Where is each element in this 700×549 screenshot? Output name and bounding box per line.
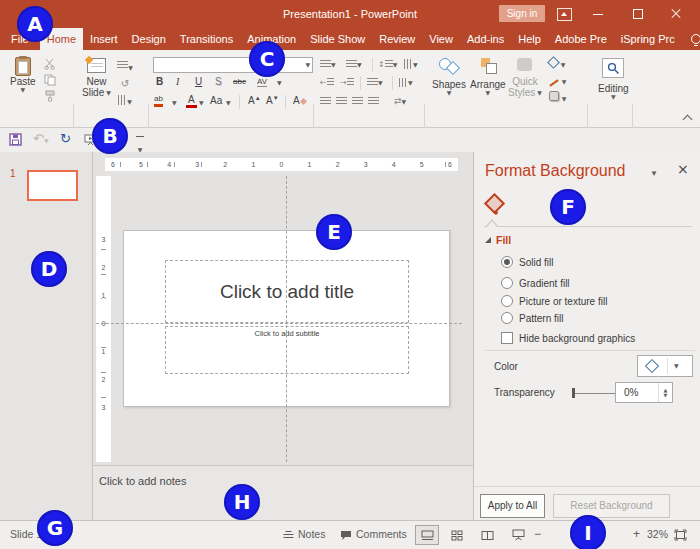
minimize-button[interactable] <box>584 0 612 28</box>
align-left-button[interactable] <box>320 95 331 106</box>
italic-button[interactable]: I <box>176 76 179 87</box>
radio-icon[interactable] <box>501 295 513 307</box>
apply-to-all-button[interactable]: Apply to All <box>480 494 545 518</box>
gradient-fill-option[interactable]: Gradient fill <box>501 277 570 289</box>
solid-fill-option[interactable]: Solid fill <box>501 256 553 268</box>
vertical-guide[interactable] <box>286 176 287 462</box>
hide-background-graphics-option[interactable]: Hide background graphics <box>501 332 635 344</box>
font-name-combobox[interactable]: ▼ <box>153 57 313 73</box>
notes-pane[interactable]: Click to add notes <box>93 466 473 520</box>
shape-outline-button[interactable]: ▼ <box>549 75 566 86</box>
bold-button[interactable]: B <box>156 76 163 87</box>
align-center-button[interactable] <box>336 95 347 106</box>
bullets-button[interactable]: ▼ <box>320 58 336 69</box>
change-case-button[interactable]: Aa <box>210 95 222 106</box>
line-spacing-button[interactable]: ↕▼ <box>378 58 397 69</box>
change-case-dropdown-icon[interactable]: ▼ <box>226 100 231 106</box>
radio-icon[interactable] <box>501 277 513 289</box>
increase-font-size-button[interactable]: A▲ <box>248 95 261 106</box>
sign-in-button[interactable]: Sign in <box>499 5 545 22</box>
arrange-button[interactable]: Arrange ▼ <box>470 57 506 96</box>
font-color-dropdown-icon[interactable]: ▼ <box>199 100 204 106</box>
transparency-slider-thumb[interactable] <box>572 388 575 398</box>
tab-ispring-pro[interactable]: iSpring Prc <box>614 28 682 50</box>
character-spacing-dropdown-icon[interactable]: ▼ <box>277 80 282 86</box>
horizontal-guide[interactable] <box>96 323 462 324</box>
underline-button[interactable]: U <box>195 76 202 87</box>
zoom-level[interactable]: 32% <box>647 528 668 540</box>
fill-bucket-icon[interactable] <box>484 193 505 214</box>
checkbox-icon[interactable] <box>501 332 513 344</box>
slide-layout-button[interactable]: ▼ <box>117 56 133 70</box>
tab-transitions[interactable]: Transitions <box>173 28 240 50</box>
shapes-button[interactable]: Shapes ▼ <box>432 57 466 96</box>
quick-styles-button[interactable]: Quick Styles▼ <box>508 58 542 98</box>
pane-options-chevron-icon[interactable]: ▼ <box>650 169 658 178</box>
shape-fill-button[interactable]: ▼ <box>549 58 565 69</box>
notes-lines-icon[interactable] <box>283 530 294 542</box>
slide-thumbnail[interactable] <box>27 170 78 201</box>
text-highlight-button[interactable]: ab <box>154 94 163 107</box>
zoom-out-button[interactable]: − <box>534 527 541 541</box>
new-slide-button[interactable]: New Slide▼ <box>82 58 111 98</box>
collapse-ribbon-icon[interactable] <box>683 115 693 125</box>
increase-indent-button[interactable]: → <box>340 76 354 87</box>
comments-toggle[interactable]: Comments <box>356 528 407 540</box>
save-button[interactable] <box>9 133 22 149</box>
notes-toggle[interactable]: Notes <box>298 528 325 540</box>
transparency-slider-track[interactable] <box>572 393 616 394</box>
tab-view[interactable]: View <box>422 28 460 50</box>
paste-button[interactable]: Paste ▼ <box>10 57 36 93</box>
copy-button[interactable] <box>42 72 58 86</box>
radio-selected-icon[interactable] <box>501 256 513 268</box>
transparency-spinner[interactable]: ▲▼ <box>658 383 672 402</box>
editing-button[interactable]: Editing ▼ <box>598 58 629 100</box>
normal-view-button[interactable] <box>415 525 439 545</box>
transparency-value-box[interactable]: 0% ▲▼ <box>615 382 673 403</box>
fit-to-window-button[interactable] <box>668 525 692 545</box>
pane-close-icon[interactable]: × <box>677 161 689 177</box>
radio-icon[interactable] <box>501 312 513 324</box>
columns-button[interactable]: ▼ <box>367 76 383 87</box>
align-text-button[interactable]: ▼ <box>399 76 413 87</box>
slide-sorter-view-button[interactable] <box>445 525 469 545</box>
align-right-button[interactable] <box>352 95 363 106</box>
tab-adobe-presenter[interactable]: Adobe Pre <box>548 28 614 50</box>
tab-slide-show[interactable]: Slide Show <box>303 28 372 50</box>
tab-help[interactable]: Help <box>511 28 548 50</box>
tab-insert[interactable]: Insert <box>83 28 125 50</box>
reading-view-button[interactable] <box>475 525 499 545</box>
character-spacing-button[interactable]: AV <box>257 77 267 87</box>
font-color-button[interactable]: A <box>186 94 197 108</box>
text-shadow-button[interactable]: S <box>215 76 222 87</box>
tab-design[interactable]: Design <box>125 28 173 50</box>
comments-bubble-icon[interactable] <box>340 530 352 543</box>
convert-smartart-button[interactable]: ⇄▼ <box>394 95 406 106</box>
color-picker-button[interactable]: ▼ <box>637 355 693 377</box>
decrease-font-size-button[interactable]: A▼ <box>266 95 279 106</box>
vertical-ruler[interactable]: 321 012 3 <box>96 176 111 462</box>
decrease-indent-button[interactable]: ← <box>320 76 334 87</box>
close-button[interactable] <box>662 0 690 28</box>
section-button[interactable]: ▼ <box>117 90 133 104</box>
highlight-dropdown-icon[interactable]: ▼ <box>172 100 177 106</box>
tab-review[interactable]: Review <box>372 28 422 50</box>
reset-slide-button[interactable]: ↺ <box>117 73 133 87</box>
format-painter-button[interactable] <box>42 88 58 102</box>
title-placeholder[interactable]: Click to add title <box>165 260 409 323</box>
pattern-fill-option[interactable]: Pattern fill <box>501 312 563 324</box>
zoom-in-button[interactable]: + <box>633 527 640 541</box>
horizontal-ruler[interactable]: 654 321 012 345 6 <box>105 158 458 171</box>
reset-background-button[interactable]: Reset Background <box>553 494 670 518</box>
ribbon-display-options-icon[interactable] <box>557 8 572 21</box>
shape-effects-button[interactable]: ▼ <box>549 91 566 103</box>
subtitle-placeholder[interactable]: Click to add subtitle <box>165 326 409 374</box>
text-direction-button[interactable]: ▼ <box>404 58 418 69</box>
slideshow-view-button[interactable] <box>506 525 530 545</box>
cut-button[interactable] <box>42 56 58 70</box>
strikethrough-button[interactable]: abc <box>233 77 246 86</box>
undo-button[interactable]: ↶▼ <box>33 132 49 146</box>
redo-button[interactable]: ↻ <box>60 132 71 146</box>
justify-button[interactable] <box>368 95 379 106</box>
maximize-button[interactable] <box>624 0 652 28</box>
